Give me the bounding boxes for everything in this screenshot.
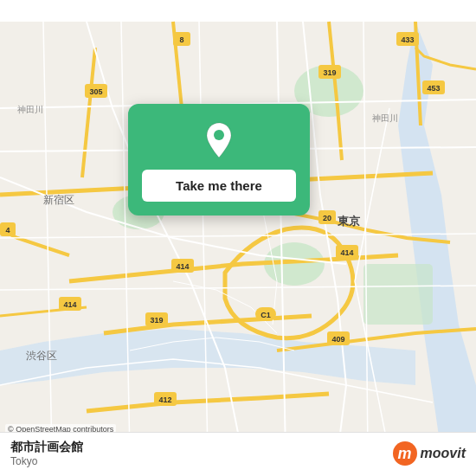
map-container: 新宿区 渋谷区 東京 神田川 神田川 305 302 319 433 453 8… bbox=[0, 0, 476, 476]
map-background: 新宿区 渋谷区 東京 神田川 神田川 305 302 319 433 453 8… bbox=[0, 0, 476, 476]
svg-text:414: 414 bbox=[176, 262, 189, 271]
svg-text:412: 412 bbox=[158, 396, 171, 404]
svg-text:305: 305 bbox=[89, 87, 102, 96]
map-pin-icon bbox=[200, 121, 238, 159]
svg-text:4: 4 bbox=[5, 226, 10, 235]
destination-card: Take me there bbox=[128, 104, 310, 215]
location-city: Tokyo bbox=[10, 455, 83, 467]
svg-text:神田川: 神田川 bbox=[372, 113, 398, 123]
svg-text:神田川: 神田川 bbox=[17, 105, 43, 114]
moovit-logo: m moovit bbox=[393, 441, 466, 466]
location-name: 都市計画会館 bbox=[10, 440, 83, 455]
svg-text:453: 453 bbox=[427, 84, 440, 93]
svg-rect-3 bbox=[363, 264, 433, 325]
svg-text:新宿区: 新宿区 bbox=[43, 194, 74, 206]
svg-text:409: 409 bbox=[331, 335, 344, 344]
svg-text:C1: C1 bbox=[261, 311, 271, 319]
take-me-there-button[interactable]: Take me there bbox=[142, 170, 296, 202]
moovit-icon: m bbox=[393, 441, 417, 466]
svg-point-49 bbox=[214, 130, 224, 140]
svg-text:414: 414 bbox=[63, 300, 76, 309]
bottom-bar: 都市計画会館 Tokyo m moovit bbox=[0, 432, 476, 476]
svg-text:319: 319 bbox=[323, 68, 336, 77]
svg-text:渋谷区: 渋谷区 bbox=[26, 350, 57, 362]
moovit-brand-name: moovit bbox=[421, 446, 466, 461]
svg-text:433: 433 bbox=[401, 35, 414, 44]
svg-text:東京: 東京 bbox=[338, 215, 361, 228]
svg-text:319: 319 bbox=[150, 316, 163, 325]
location-info: 都市計画会館 Tokyo bbox=[10, 440, 83, 467]
svg-text:20: 20 bbox=[323, 214, 331, 222]
svg-text:8: 8 bbox=[179, 35, 183, 44]
svg-text:414: 414 bbox=[340, 248, 353, 257]
